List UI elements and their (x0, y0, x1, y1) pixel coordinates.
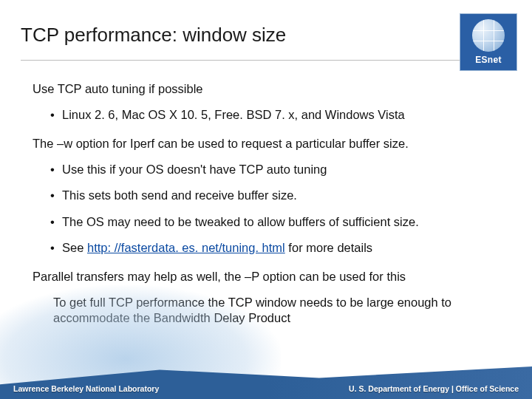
esnet-logo: ESnet (460, 13, 517, 71)
slide-title: TCP performance: window size (21, 24, 532, 47)
list-item: See http: //fasterdata. es. net/tuning. … (50, 240, 502, 256)
globe-icon (472, 19, 505, 52)
list-item: Use this if your OS doesn't have TCP aut… (50, 162, 502, 177)
list-item: The OS may need to be tweaked to allow b… (50, 214, 502, 230)
link-prefix: See (62, 241, 87, 254)
bullet-list-os: Linux 2. 6, Mac OS X 10. 5, Free. BSD 7.… (50, 107, 502, 123)
footer-left: Lawrence Berkeley National Laboratory (13, 384, 159, 393)
footer-bg (0, 366, 532, 399)
tuning-link[interactable]: http: //fasterdata. es. net/tuning. html (87, 241, 285, 254)
footer: Lawrence Berkeley National Laboratory U.… (0, 366, 532, 399)
slide: ESnet TCP performance: window size Use T… (0, 0, 532, 399)
list-item: This sets both send and receive buffer s… (50, 188, 502, 203)
footer-right: U. S. Department of Energy | Office of S… (349, 384, 519, 393)
bullet-list-w: Use this if your OS doesn't have TCP aut… (50, 162, 502, 255)
para-autotune: Use TCP auto tuning if possible (33, 81, 502, 97)
logo-label: ESnet (475, 55, 502, 65)
para-parallel: Parallel transfers may help as well, the… (33, 269, 502, 284)
para-w-option: The –w option for Iperf can be used to r… (33, 136, 502, 151)
link-suffix: for more details (285, 241, 372, 254)
list-item: Linux 2. 6, Mac OS X 10. 5, Free. BSD 7.… (50, 107, 502, 123)
title-bar: TCP performance: window size (0, 0, 532, 52)
